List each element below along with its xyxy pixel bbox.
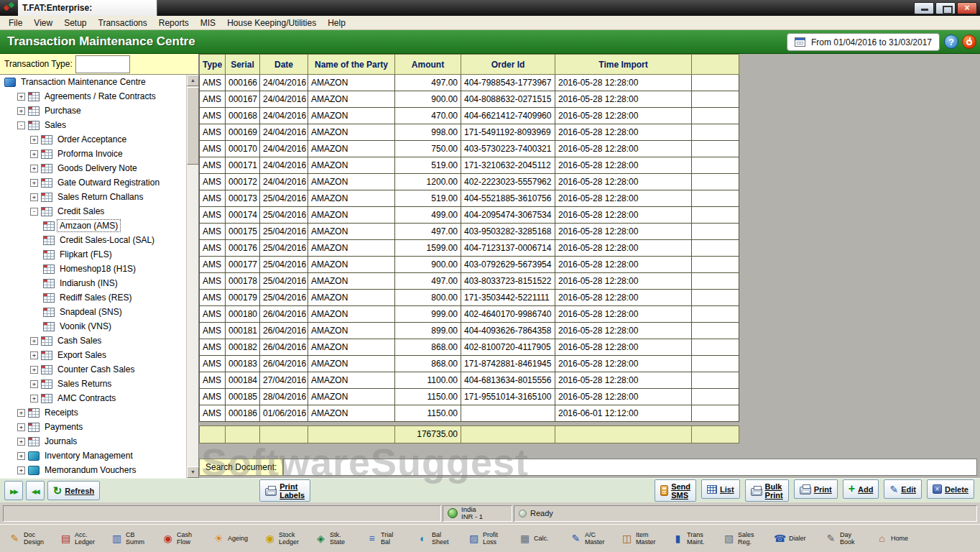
expand-icon[interactable]: + — [30, 165, 38, 172]
expand-icon[interactable]: + — [17, 409, 25, 417]
expand-icon[interactable]: + — [30, 150, 38, 158]
table-row[interactable]: AMS00016624/04/2016AMAZON497.00404-79885… — [199, 75, 739, 91]
tree-item[interactable]: Flipkart (FLS) — [0, 247, 186, 262]
expand-icon[interactable]: + — [17, 438, 25, 446]
dock-dialer[interactable]: Dialer — [774, 533, 825, 545]
column-header-amount[interactable]: Amount — [395, 54, 461, 75]
column-header-order-id[interactable]: Order Id — [461, 54, 555, 75]
expand-icon[interactable]: + — [30, 193, 38, 201]
table-row[interactable]: AMS00017325/04/2016AMAZON519.00404-55218… — [199, 190, 739, 207]
dock-cash-flow[interactable]: CashFlow — [162, 531, 213, 546]
print-button[interactable]: Print — [794, 479, 838, 499]
tree-item[interactable]: +Receipts — [0, 405, 186, 420]
nav-next-button[interactable] — [4, 481, 23, 500]
dock-cb-summ[interactable]: CBSumm — [111, 531, 162, 546]
dock-stock-ledger[interactable]: StockLedger — [264, 531, 315, 546]
refresh-button[interactable]: Refresh — [47, 481, 101, 500]
tree-item[interactable]: Indiarush (INS) — [0, 276, 186, 290]
add-button[interactable]: Add — [843, 479, 879, 499]
menu-item-setup[interactable]: Setup — [58, 17, 92, 29]
tree-item[interactable]: +Order Acceptance — [0, 132, 186, 147]
menu-item-reports[interactable]: Reports — [153, 17, 195, 29]
bulk-print-button[interactable]: BulkPrint — [745, 479, 789, 502]
edit-button[interactable]: Edit — [884, 479, 922, 499]
expand-icon[interactable]: + — [30, 351, 38, 359]
dock-acc-ledger[interactable]: Acc.Ledger — [60, 531, 111, 546]
delete-button[interactable]: Delete — [927, 479, 974, 499]
tree-item[interactable]: -Credit Sales — [0, 204, 186, 218]
power-button[interactable] — [962, 34, 976, 49]
list-button[interactable]: List — [701, 479, 740, 499]
table-row[interactable]: AMS00018126/04/2016AMAZON899.00404-40936… — [199, 323, 739, 339]
column-header-serial[interactable]: Serial — [226, 54, 260, 75]
menu-item-house-keeping-utilities[interactable]: House Keeping/Utilities — [221, 17, 322, 29]
tree-item[interactable]: -Sales — [0, 118, 186, 132]
tree-item[interactable]: +Purchase — [0, 104, 186, 118]
tree-item[interactable]: Amzaon (AMS) — [0, 218, 186, 233]
dock-day-book[interactable]: DayBook — [825, 531, 876, 546]
expand-icon[interactable]: + — [30, 136, 38, 144]
menu-item-view[interactable]: View — [28, 17, 58, 29]
expand-icon[interactable]: + — [17, 423, 25, 431]
dock-stk-state[interactable]: Stk.State — [315, 531, 366, 546]
tree-item[interactable]: +Sales Returns — [0, 377, 186, 391]
expand-icon[interactable]: + — [17, 466, 25, 474]
dock-profit-loss[interactable]: ProfitLoss — [468, 531, 519, 546]
tree-item[interactable]: +Gate Outward Registration — [0, 175, 186, 190]
collapse-icon[interactable]: - — [30, 208, 38, 216]
expand-icon[interactable]: + — [30, 337, 38, 345]
dock-item-master[interactable]: ItemMaster — [621, 531, 672, 546]
table-row[interactable]: AMS00017525/04/2016AMAZON497.00403-95032… — [199, 224, 739, 240]
tree-item[interactable]: +Memorandum Vouchers — [0, 463, 186, 477]
table-row[interactable]: AMS00018326/04/2016AMAZON868.00171-87428… — [199, 356, 739, 372]
table-row[interactable]: AMS00018528/04/2016AMAZON1150.00171-9551… — [199, 389, 739, 405]
dock-trial-bal[interactable]: TrialBal — [366, 531, 417, 546]
tree-item[interactable]: +Inventory Management — [0, 448, 186, 463]
expand-icon[interactable]: + — [30, 395, 38, 402]
scroll-up-icon[interactable]: ▲ — [187, 75, 199, 86]
table-row[interactable]: AMS00017925/04/2016AMAZON800.00171-35034… — [199, 290, 739, 306]
print-labels-button[interactable]: PrintLabels — [259, 479, 310, 502]
expand-icon[interactable]: + — [17, 93, 25, 101]
table-row[interactable]: AMS00017124/04/2016AMAZON519.00171-32106… — [199, 157, 739, 174]
collapse-icon[interactable]: - — [17, 121, 25, 129]
dock-sales-reg[interactable]: SalesReg. — [723, 531, 774, 546]
tree-item[interactable]: +Goods Delivery Note — [0, 161, 186, 175]
table-row[interactable]: AMS00018026/04/2016AMAZON999.00402-46401… — [199, 306, 739, 323]
table-row[interactable]: AMS00018601/06/2016AMAZON1150.002016-06-… — [199, 405, 739, 422]
menu-item-help[interactable]: Help — [322, 17, 351, 29]
send-sms-button[interactable]: SendSMS — [655, 479, 696, 502]
menu-item-mis[interactable]: MIS — [195, 17, 221, 29]
tree-item[interactable]: +Agreements / Rate Contracts — [0, 89, 186, 104]
tree-item[interactable]: +Export Sales — [0, 348, 186, 362]
tree-item[interactable]: Credit Sales-Local (SAL) — [0, 233, 186, 247]
tree-item[interactable]: +Cash Sales — [0, 334, 186, 348]
tree-item[interactable]: Transaction Maintenance Centre — [0, 75, 186, 89]
tree-item[interactable]: Snapdeal (SNS) — [0, 305, 186, 319]
expand-icon[interactable]: + — [17, 452, 25, 460]
expand-icon[interactable]: + — [30, 366, 38, 374]
dock-home[interactable]: Home — [876, 533, 927, 545]
tree-item[interactable]: +Payments — [0, 420, 186, 434]
expand-icon[interactable]: + — [30, 179, 38, 187]
column-header-name-of-the-party[interactable]: Name of the Party — [308, 54, 395, 75]
tree-item[interactable]: +Counter Cash Sales — [0, 362, 186, 377]
table-row[interactable]: AMS00017825/04/2016AMAZON497.00403-80337… — [199, 273, 739, 290]
expand-icon[interactable]: + — [17, 107, 25, 115]
expand-icon[interactable]: + — [30, 380, 38, 388]
table-row[interactable]: AMS00018427/04/2016AMAZON1100.00404-6813… — [199, 372, 739, 389]
transaction-type-input[interactable] — [75, 55, 130, 73]
tree-item[interactable]: Voonik (VNS) — [0, 319, 186, 334]
tree-item[interactable]: +AMC Contracts — [0, 391, 186, 405]
table-row[interactable]: AMS00017625/04/2016AMAZON1599.00404-7123… — [199, 240, 739, 257]
table-row[interactable]: AMS00017224/04/2016AMAZON1200.00402-2223… — [199, 174, 739, 190]
tree-item[interactable]: +Sales Return Challans — [0, 190, 186, 204]
table-row[interactable]: AMS00016724/04/2016AMAZON900.00404-80886… — [199, 91, 739, 108]
dock-doc-design[interactable]: DocDesign — [9, 531, 60, 546]
menu-item-transactions[interactable]: Transactions — [93, 17, 153, 29]
dock-bal-sheet[interactable]: BalSheet — [417, 531, 468, 546]
dock-ageing[interactable]: Ageing — [213, 533, 264, 545]
nav-prev-button[interactable] — [26, 481, 45, 500]
scrollbar-thumb[interactable] — [187, 87, 199, 165]
scroll-down-icon[interactable]: ▼ — [187, 466, 199, 478]
